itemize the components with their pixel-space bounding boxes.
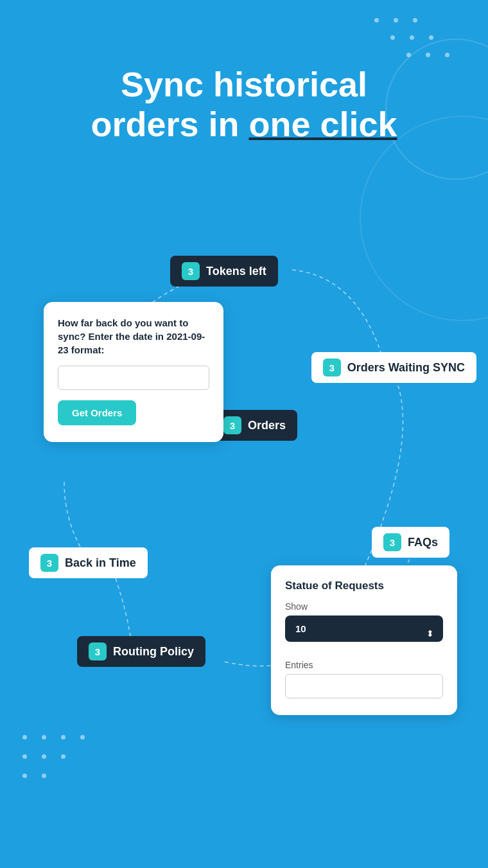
hero-title: Sync historical orders in one click	[45, 64, 443, 144]
routing-policy-number: 3	[89, 642, 107, 660]
back-in-time-label: Back in Time	[65, 556, 136, 570]
tokens-left-chip: 3 Tokens left	[170, 256, 278, 287]
show-select[interactable]: 10 25 50 100	[285, 616, 443, 642]
arc-decoration-2	[360, 116, 488, 321]
orders-chip: 3 Orders	[212, 410, 297, 441]
orders-waiting-label: Orders Waiting SYNC	[347, 361, 465, 375]
sync-card: How far back do you want to sync? Enter …	[44, 302, 223, 442]
status-card: Statue of Requests Show 10 25 50 100 Ent…	[271, 565, 457, 715]
orders-label: Orders	[248, 419, 286, 432]
orders-waiting-chip: 3 Orders Waiting SYNC	[311, 352, 476, 383]
faqs-chip: 3 FAQs	[372, 527, 449, 558]
orders-waiting-number: 3	[323, 359, 341, 376]
tokens-left-label: Tokens left	[206, 265, 266, 278]
back-in-time-chip: 3 Back in Time	[29, 547, 148, 578]
sync-card-question: How far back do you want to sync? Enter …	[58, 316, 209, 357]
faqs-number: 3	[383, 533, 401, 551]
entries-input[interactable]	[285, 674, 443, 698]
routing-policy-label: Routing Policy	[113, 645, 194, 659]
show-select-wrapper: 10 25 50 100	[285, 616, 443, 651]
orders-number: 3	[223, 416, 241, 434]
routing-policy-chip: 3 Routing Policy	[77, 636, 205, 667]
get-orders-button[interactable]: Get Orders	[58, 400, 136, 425]
faqs-label: FAQs	[408, 536, 438, 549]
tokens-left-number: 3	[182, 262, 200, 280]
date-input[interactable]	[58, 366, 209, 390]
back-in-time-number: 3	[40, 554, 58, 572]
show-label: Show	[285, 601, 443, 612]
status-card-title: Statue of Requests	[285, 580, 443, 592]
entries-label: Entries	[285, 660, 443, 670]
